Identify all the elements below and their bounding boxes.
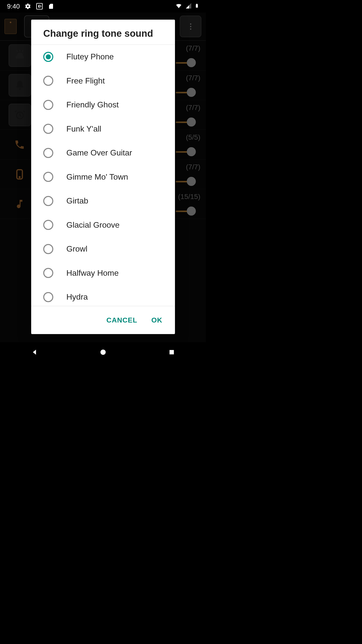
status-time: 9:40 bbox=[7, 3, 20, 10]
ringtone-option[interactable]: Gimme Mo' Town bbox=[31, 165, 175, 189]
wifi-icon bbox=[175, 2, 182, 10]
status-left-group: 9:40 bbox=[7, 3, 55, 10]
radio-icon[interactable] bbox=[43, 148, 53, 158]
home-icon[interactable] bbox=[99, 348, 107, 356]
ringtone-option[interactable]: Free Flight bbox=[31, 69, 175, 93]
ringtone-option-label: Friendly Ghost bbox=[66, 100, 119, 109]
ringtone-option[interactable]: Glacial Groove bbox=[31, 213, 175, 237]
ringtone-option-label: Girtab bbox=[66, 196, 88, 206]
recents-icon[interactable] bbox=[167, 348, 176, 356]
volume-icon bbox=[36, 3, 43, 10]
radio-icon[interactable] bbox=[43, 220, 53, 230]
ringtone-option-label: Hydra bbox=[66, 292, 88, 302]
svg-point-6 bbox=[100, 350, 106, 355]
ringtone-option-label: Free Flight bbox=[66, 76, 105, 86]
ringtone-option-label: Funk Y'all bbox=[66, 124, 101, 134]
ringtone-option[interactable]: Funk Y'all bbox=[31, 117, 175, 141]
status-bar: 9:40 bbox=[0, 0, 206, 13]
radio-icon[interactable] bbox=[43, 52, 53, 62]
radio-icon[interactable] bbox=[43, 268, 53, 278]
dialog-footer: CANCEL OK bbox=[31, 306, 175, 334]
signal-icon bbox=[185, 3, 192, 10]
svg-rect-2 bbox=[196, 4, 197, 5]
ringtone-option-label: Growl bbox=[66, 244, 87, 254]
ringtone-option[interactable]: Game Over Guitar bbox=[31, 141, 175, 165]
svg-rect-7 bbox=[169, 350, 174, 354]
ringtone-option[interactable]: Flutey Phone bbox=[31, 45, 175, 69]
back-icon[interactable] bbox=[30, 348, 39, 356]
ringtone-option-label: Flutey Phone bbox=[66, 52, 114, 61]
ringtone-option-label: Gimme Mo' Town bbox=[66, 172, 128, 182]
ringtone-option[interactable]: Girtab bbox=[31, 189, 175, 213]
svg-rect-1 bbox=[196, 4, 198, 8]
ringtone-option-list[interactable]: Flutey PhoneFree FlightFriendly GhostFun… bbox=[31, 45, 175, 306]
gear-icon bbox=[24, 3, 31, 10]
ringtone-option[interactable]: Hydra bbox=[31, 285, 175, 306]
dialog-title: Change ring tone sound bbox=[31, 20, 175, 45]
android-navbar bbox=[0, 342, 206, 362]
ringtone-option[interactable]: Friendly Ghost bbox=[31, 93, 175, 117]
ringtone-option-label: Halfway Home bbox=[66, 268, 119, 278]
radio-icon[interactable] bbox=[43, 196, 53, 206]
radio-icon[interactable] bbox=[43, 76, 53, 86]
ringtone-option-label: Glacial Groove bbox=[66, 220, 120, 230]
ringtone-option-label: Game Over Guitar bbox=[66, 148, 132, 157]
radio-icon[interactable] bbox=[43, 244, 53, 254]
battery-icon bbox=[195, 2, 199, 10]
radio-icon[interactable] bbox=[43, 124, 53, 134]
ringtone-dialog: Change ring tone sound Flutey PhoneFree … bbox=[31, 20, 175, 334]
radio-icon[interactable] bbox=[43, 172, 53, 182]
sd-card-icon bbox=[48, 3, 55, 10]
radio-icon[interactable] bbox=[43, 292, 53, 302]
radio-icon[interactable] bbox=[43, 100, 53, 110]
status-right-group bbox=[175, 2, 199, 10]
ok-button[interactable]: OK bbox=[151, 316, 162, 324]
ringtone-option[interactable]: Halfway Home bbox=[31, 261, 175, 285]
cancel-button[interactable]: CANCEL bbox=[106, 316, 137, 324]
ringtone-option[interactable]: Growl bbox=[31, 237, 175, 261]
